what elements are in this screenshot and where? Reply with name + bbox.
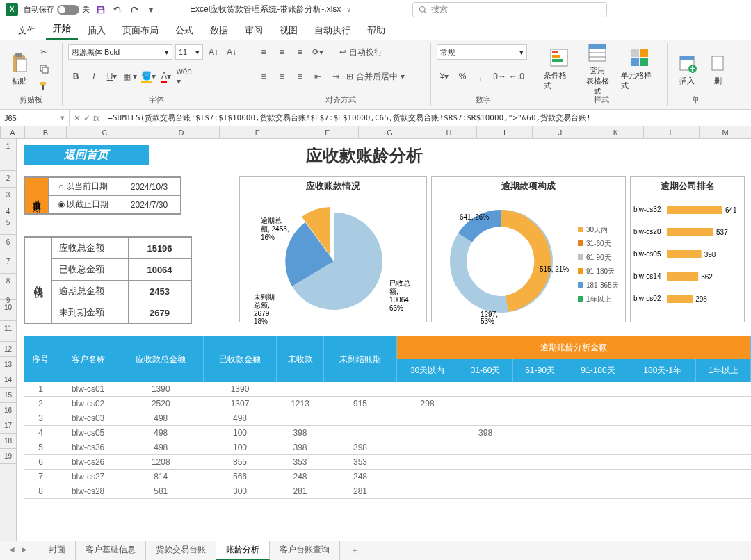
svg-rect-40 xyxy=(578,240,583,246)
decrease-font-icon[interactable]: A↓ xyxy=(224,44,239,60)
svg-text:blw-cs14: blw-cs14 xyxy=(633,272,661,280)
italic-button[interactable]: I xyxy=(86,69,102,84)
ribbon-tab-5[interactable]: 数据 xyxy=(203,22,235,40)
font-size-combo[interactable]: 11▾ xyxy=(175,44,203,60)
svg-text:逾期总: 逾期总 xyxy=(261,217,282,224)
currency-icon[interactable]: ¥▾ xyxy=(437,69,452,84)
font-color-button[interactable]: A▾ xyxy=(159,69,174,84)
table-format-button[interactable]: 套用 表格格式 xyxy=(579,40,615,98)
col-header[interactable]: M xyxy=(700,126,751,138)
name-box[interactable]: J65▾ xyxy=(0,110,70,126)
col-header[interactable]: J xyxy=(533,126,588,138)
ribbon-tab-7[interactable]: 视图 xyxy=(273,22,305,40)
redo-icon[interactable] xyxy=(129,4,140,15)
dec-decimal-icon[interactable]: ←.0 xyxy=(509,69,524,84)
enter-formula-icon[interactable]: ✓ xyxy=(83,113,90,123)
radio-current-date[interactable]: ○ 以当前日期 xyxy=(49,178,118,196)
font-name-combo[interactable]: 思源黑体 Bold▾ xyxy=(68,44,172,60)
orientation-icon[interactable]: ⟳▾ xyxy=(310,44,325,60)
border-button[interactable]: ▦ ▾ xyxy=(122,69,138,84)
col-header[interactable]: B xyxy=(25,126,67,138)
comma-icon[interactable]: , xyxy=(473,69,488,84)
col-header[interactable]: I xyxy=(477,126,533,138)
phonetic-button[interactable]: wén ▾ xyxy=(177,69,192,84)
sheet-nav-next-icon[interactable]: ► xyxy=(18,545,31,557)
new-sheet-icon[interactable]: ＋ xyxy=(348,545,361,557)
svg-rect-8 xyxy=(552,55,560,58)
col-header[interactable]: C xyxy=(67,126,143,138)
svg-rect-51 xyxy=(667,206,722,214)
col-header[interactable]: K xyxy=(588,126,644,138)
bold-button[interactable]: B xyxy=(68,69,83,84)
paste-button[interactable]: 粘贴 xyxy=(6,51,33,88)
delete-cells-button[interactable]: 删 xyxy=(704,51,732,88)
format-painter-icon[interactable] xyxy=(36,78,51,93)
sheet-tab[interactable]: 客户台账查询 xyxy=(270,541,340,560)
ribbon-tab-2[interactable]: 插入 xyxy=(81,22,113,40)
insert-cells-button[interactable]: 插入 xyxy=(673,51,701,88)
undo-icon[interactable] xyxy=(112,4,123,15)
inc-decimal-icon[interactable]: .0→ xyxy=(491,69,506,84)
align-bottom-icon[interactable]: ≡ xyxy=(292,44,307,60)
sheet-tab[interactable]: 客户基础信息 xyxy=(76,541,146,560)
ribbon-tab-3[interactable]: 页面布局 xyxy=(115,22,165,40)
excel-icon: X xyxy=(6,3,18,16)
align-center-icon[interactable]: ≡ xyxy=(274,69,289,84)
svg-text:181-365天: 181-365天 xyxy=(586,281,619,289)
align-left-icon[interactable]: ≡ xyxy=(256,69,271,84)
col-header[interactable]: A xyxy=(1,126,25,138)
indent-inc-icon[interactable]: ⇥ xyxy=(328,69,344,84)
svg-text:blw-cs32: blw-cs32 xyxy=(633,206,661,213)
col-header[interactable]: G xyxy=(359,126,421,138)
align-right-icon[interactable]: ≡ xyxy=(292,69,307,84)
copy-icon[interactable] xyxy=(36,61,51,76)
cond-format-button[interactable]: 条件格式 xyxy=(541,45,576,92)
fill-color-button[interactable]: 🪣▾ xyxy=(140,69,156,84)
radio-cutoff-date[interactable]: ◉ 以截止日期 xyxy=(49,196,118,214)
ribbon-tab-4[interactable]: 公式 xyxy=(168,22,200,40)
ribbon-tab-1[interactable]: 开始 xyxy=(46,19,78,40)
col-header[interactable]: E xyxy=(220,126,296,138)
col-header[interactable]: L xyxy=(644,126,700,138)
number-format-combo[interactable]: 常规▾ xyxy=(437,44,527,60)
formula-input[interactable]: =SUMIFS(货款交易台账!$T$7:$T$10000,货款交易台账!$E$7… xyxy=(104,113,751,123)
wrap-text-button[interactable]: ↩ 自动换行 xyxy=(339,44,382,60)
ribbon-tab-9[interactable]: 帮助 xyxy=(360,22,392,40)
return-home-button[interactable]: 返回首页 xyxy=(24,145,149,165)
svg-rect-16 xyxy=(631,58,639,66)
sheet-tab[interactable]: 封面 xyxy=(39,541,76,560)
cell-styles-button[interactable]: 单元格样式 xyxy=(618,45,661,92)
save-icon[interactable] xyxy=(95,4,106,15)
svg-rect-48 xyxy=(578,296,583,302)
sheet-tab[interactable]: 账龄分析 xyxy=(216,541,270,560)
search-icon xyxy=(419,6,427,14)
col-header[interactable]: D xyxy=(143,126,220,138)
ribbon-tab-6[interactable]: 审阅 xyxy=(238,22,270,40)
sheet-tab[interactable]: 货款交易台账 xyxy=(146,541,216,560)
worksheet[interactable]: 返回首页 应收款账龄分析 基准日期 ○ 以当前日期 2024/10/3 ◉ 以截… xyxy=(17,139,751,541)
qat-dropdown-icon[interactable]: ▾ xyxy=(145,4,156,15)
percent-icon[interactable]: % xyxy=(455,69,470,84)
svg-rect-44 xyxy=(578,268,583,274)
svg-rect-5 xyxy=(42,67,48,73)
summary-block: 总体情况应收总金额15196已收总金额10064逾期总金额2453未到期金额26… xyxy=(24,236,192,324)
col-header[interactable]: F xyxy=(296,126,359,138)
align-top-icon[interactable]: ≡ xyxy=(256,44,271,60)
title-bar: X 自动保存 关 ▾ Excel应收货款管理系统-带账龄分析-.xlsx ∨ 搜… xyxy=(0,0,751,19)
increase-font-icon[interactable]: A↑ xyxy=(206,44,221,60)
sheet-nav-prev-icon[interactable]: ◄ xyxy=(6,545,18,557)
cancel-formula-icon[interactable]: ✕ xyxy=(74,113,81,123)
cut-icon[interactable]: ✂ xyxy=(36,44,51,60)
align-middle-icon[interactable]: ≡ xyxy=(274,44,289,60)
ribbon-tab-0[interactable]: 文件 xyxy=(11,22,43,40)
fx-icon[interactable]: fx xyxy=(93,113,99,123)
indent-dec-icon[interactable]: ⇤ xyxy=(310,69,325,84)
ribbon-tab-8[interactable]: 自动执行 xyxy=(307,22,357,40)
col-header[interactable]: H xyxy=(421,126,477,138)
autosave-toggle[interactable]: 自动保存 关 xyxy=(24,4,90,15)
underline-button[interactable]: U ▾ xyxy=(104,69,120,84)
styles-group-label: 样式 xyxy=(541,93,661,105)
merge-button[interactable]: ⊞ 合并后居中 ▾ xyxy=(346,69,405,84)
svg-text:未到期: 未到期 xyxy=(254,293,275,301)
search-input[interactable]: 搜索 xyxy=(412,2,607,17)
